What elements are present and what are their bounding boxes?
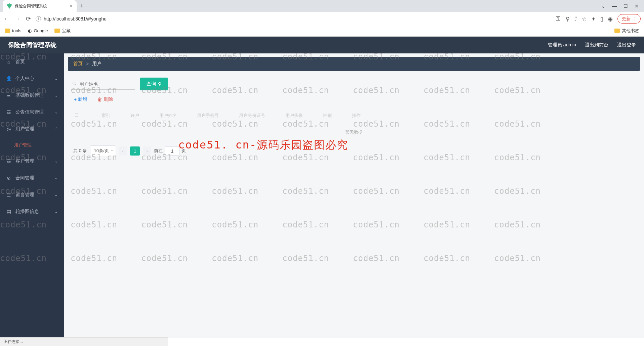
url-text: http://localhost:8081/#/yonghu — [44, 16, 107, 21]
back-button[interactable]: ← — [3, 15, 10, 23]
plus-icon: + — [74, 97, 77, 102]
main-content: 首页 > 用户 查询⚲ +新增 🗑删除 ☐ 索引 账户 用户姓名 用户手机号 用… — [64, 53, 644, 338]
breadcrumb-separator: > — [86, 61, 89, 67]
browser-chrome: 保险合同管理系统 × + ⌄ — ☐ ✕ ← → ⟳ i http://loca… — [0, 0, 644, 37]
search-icon: ⚲ — [158, 81, 161, 87]
bookmark-google[interactable]: ◐Google — [28, 28, 48, 33]
page-goto-input[interactable] — [165, 146, 179, 156]
update-button[interactable]: 更新 ⋮ — [617, 14, 641, 24]
page-total: 共 0 条 — [73, 148, 87, 154]
sidebar-item-basic-data[interactable]: ≣基础数据管理⌄ — [0, 87, 64, 104]
exit-to-front-button[interactable]: 退出到前台 — [585, 42, 608, 48]
maximize-icon[interactable]: ☐ — [623, 3, 628, 9]
vue-favicon — [7, 3, 12, 9]
minimize-icon[interactable]: — — [612, 3, 617, 9]
sidebar-item-user-mgmt[interactable]: ◷用户管理⌃ — [0, 121, 64, 137]
list-icon: ☲ — [6, 192, 11, 198]
app-title: 保险合同管理系统 — [8, 41, 56, 49]
th-action: 操作 — [352, 113, 361, 119]
sidebar-item-personal[interactable]: 👤个人中心⌄ — [0, 70, 64, 87]
th-index: 索引 — [102, 113, 110, 119]
page-next[interactable]: › — [143, 146, 151, 156]
checkbox-all[interactable]: ☐ — [75, 113, 81, 119]
user-label[interactable]: 管理员 admin — [548, 42, 576, 48]
add-button[interactable]: +新增 — [74, 96, 87, 102]
clock-icon: ◷ — [6, 126, 11, 132]
th-username: 用户姓名 — [159, 113, 177, 119]
search-icon[interactable]: ⚲ — [566, 16, 570, 22]
query-button[interactable]: 查询⚲ — [140, 78, 168, 90]
table-empty: 暂无数据 — [68, 123, 640, 142]
other-bookmarks[interactable]: 其他书签 — [614, 28, 639, 34]
bookmark-icon[interactable]: ☆ — [582, 16, 587, 22]
breadcrumb-home[interactable]: 首页 — [73, 61, 83, 67]
close-window-icon[interactable]: ✕ — [635, 3, 639, 9]
reload-button[interactable]: ⟳ — [25, 15, 32, 23]
chevron-down-icon: ⌄ — [54, 192, 58, 197]
logout-button[interactable]: 退出登录 — [617, 42, 636, 48]
page-size-select[interactable]: 10条/页 — [90, 145, 116, 156]
profile-icon[interactable]: ◉ — [608, 16, 613, 22]
site-info-icon[interactable]: i — [36, 16, 41, 21]
key-icon[interactable]: ⚿ — [556, 16, 561, 22]
dropdown-icon[interactable]: ⌄ — [601, 3, 605, 9]
chevron-down-icon: ⌄ — [54, 209, 58, 214]
page-goto: 前往 页 — [154, 146, 186, 156]
share-icon[interactable]: ⤴ — [574, 16, 577, 22]
tab-close-icon[interactable]: × — [70, 3, 73, 9]
page-current[interactable]: 1 — [130, 146, 140, 156]
url-box[interactable]: i http://localhost:8081/#/yonghu — [36, 16, 552, 21]
toolbar-right-icons: ⚿ ⚲ ⤴ ☆ ✦ ▯ ◉ 更新 ⋮ — [556, 14, 641, 24]
th-phone: 用户手机号 — [197, 113, 219, 119]
list-icon: ☲ — [6, 110, 11, 115]
tab-bar: 保险合同管理系统 × + ⌄ — ☐ ✕ — [0, 0, 644, 12]
th-gender: 性别 — [323, 113, 332, 119]
bookmark-bar: tools ◐Google 宝藏 其他书签 — [0, 26, 644, 36]
status-bar: 正在连接... — [0, 337, 168, 346]
bookmark-tools[interactable]: tools — [5, 28, 21, 33]
sidebar: ⌂首页 👤个人中心⌄ ≣基础数据管理⌄ ☲公告信息管理⌄ ◷用户管理⌃ 用户管理… — [0, 53, 64, 338]
home-icon: ⌂ — [6, 59, 11, 64]
sidebar-item-contract[interactable]: ⊘合同管理⌄ — [0, 170, 64, 186]
sidebar-item-carousel[interactable]: ▤轮播图信息⌄ — [0, 203, 64, 220]
bookmark-baozang[interactable]: 宝藏 — [54, 28, 71, 34]
th-account: 账户 — [130, 113, 139, 119]
tab-title: 保险合同管理系统 — [15, 3, 47, 9]
sidebar-item-announcement[interactable]: ☲公告信息管理⌄ — [0, 104, 64, 121]
pagination: 共 0 条 10条/页 ‹ 1 › 前往 页 — [68, 142, 640, 160]
new-tab-button[interactable]: + — [80, 3, 84, 10]
folder-icon — [5, 29, 10, 33]
app-header: 保险合同管理系统 管理员 admin 退出到前台 退出登录 — [0, 37, 644, 53]
table-header: ☐ 索引 账户 用户姓名 用户手机号 用户身份证号 用户头像 性别 操作 — [68, 109, 640, 123]
trash-icon: 🗑 — [97, 97, 102, 102]
sidebar-item-home[interactable]: ⌂首页 — [0, 53, 64, 70]
sidebar-item-message[interactable]: ☲留言管理⌄ — [0, 186, 64, 203]
search-input[interactable] — [71, 79, 135, 90]
page-prev[interactable]: ‹ — [119, 146, 127, 156]
extensions-icon[interactable]: ✦ — [591, 16, 596, 22]
forward-button[interactable]: → — [14, 15, 21, 23]
folder-icon — [614, 29, 620, 33]
header-right: 管理员 admin 退出到前台 退出登录 — [548, 42, 636, 48]
sidebar-sub-user-mgmt[interactable]: 用户管理 — [0, 137, 64, 153]
chevron-down-icon: ⌄ — [54, 110, 58, 115]
search-wrap — [71, 79, 135, 90]
th-avatar: 用户头像 — [285, 113, 303, 119]
action-row: +新增 🗑删除 — [68, 94, 640, 109]
list-icon: ☲ — [6, 159, 11, 164]
circle-icon: ⊘ — [6, 175, 11, 181]
sidebar-item-customer[interactable]: ☲客户管理⌄ — [0, 153, 64, 170]
chevron-down-icon: ⌄ — [54, 76, 58, 81]
chevron-down-icon: ⌄ — [54, 93, 58, 98]
breadcrumb-current: 用户 — [92, 61, 102, 67]
browser-tab[interactable]: 保险合同管理系统 × — [3, 0, 77, 12]
th-idcard: 用户身份证号 — [239, 113, 265, 119]
layout-icon: ▤ — [6, 209, 11, 214]
folder-icon — [54, 29, 60, 33]
panel-icon[interactable]: ▯ — [600, 16, 603, 22]
chevron-down-icon: ⌄ — [54, 176, 58, 180]
chevron-up-icon: ⌃ — [54, 127, 58, 131]
delete-button[interactable]: 🗑删除 — [97, 96, 113, 102]
chevron-down-icon: ⌄ — [54, 159, 58, 164]
search-toolbar: 查询⚲ — [68, 71, 640, 94]
